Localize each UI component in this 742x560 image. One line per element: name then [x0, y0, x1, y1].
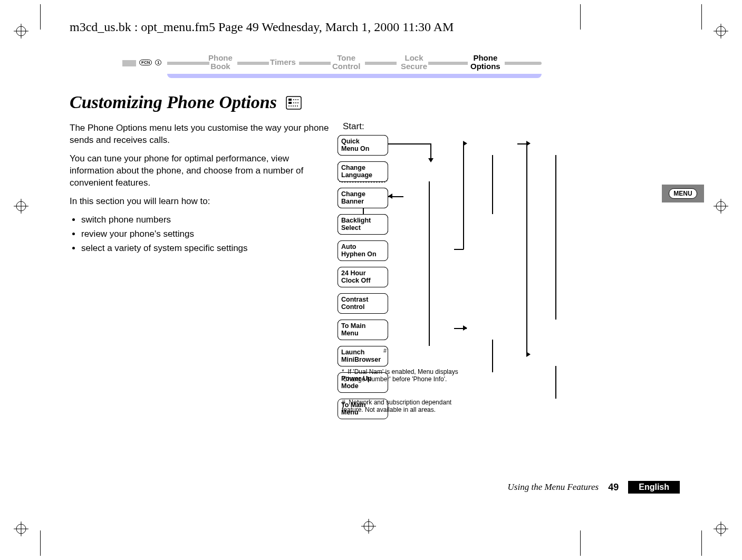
arrow-right-icon — [526, 141, 531, 146]
nav-item-tonecontrol: ToneControl — [332, 54, 360, 71]
side-tab-menu: MENU — [662, 185, 704, 202]
nav-item-phonebook: PhoneBook — [208, 54, 233, 71]
svg-rect-23 — [288, 102, 292, 104]
footnote-hash: # Network and subscription dependant fea… — [342, 399, 463, 414]
arrow-left-icon — [388, 194, 392, 199]
bullet-item: select a variety of system specific sett… — [81, 243, 333, 255]
label: Lock — [405, 53, 423, 62]
page-title: Customizing Phone Options — [70, 92, 302, 114]
note-text: If 'Dual Nam' is enabled, Menu displays … — [342, 368, 458, 383]
box-auto-hyphen: AutoHyphen On — [338, 240, 388, 261]
trim-line — [40, 530, 41, 556]
footnote-star: * If 'Dual Nam' is enabled, Menu display… — [342, 368, 463, 383]
connector — [526, 143, 527, 354]
crop-mark-icon — [361, 519, 376, 534]
title-text: Customizing Phone Options — [70, 92, 277, 112]
connector — [388, 143, 430, 144]
bullet-item: switch phone numbers — [81, 214, 333, 226]
bullet-item: review your phone's settings — [81, 228, 333, 240]
box-change-language: ChangeLanguage — [338, 161, 388, 182]
connector — [363, 208, 364, 214]
label: Secure — [401, 62, 427, 71]
crop-mark-icon — [14, 522, 28, 536]
trim-line — [701, 4, 702, 30]
fcn-key-icon: FCN — [139, 60, 152, 65]
label: Control — [332, 62, 360, 71]
nav-item-locksecure: LockSecure — [401, 54, 427, 71]
footer-page-number: 49 — [608, 482, 619, 493]
connector — [555, 155, 556, 320]
start-label: Start: — [343, 121, 364, 132]
label: Book — [210, 62, 230, 71]
connector — [429, 181, 430, 346]
label: Options — [470, 62, 500, 71]
intro-para-1: The Phone Options menu lets you customis… — [70, 122, 333, 147]
label: Tone — [337, 53, 355, 62]
hash-marker: # — [383, 347, 387, 354]
box-to-main-menu: To MainMenu — [338, 320, 388, 340]
options-icon — [286, 94, 302, 114]
box-24hour-clock: 24 HourClock Off — [338, 267, 388, 287]
trim-line — [701, 530, 702, 556]
page-footer: Using the Menu Features 49 English — [508, 481, 680, 494]
crop-mark-icon — [14, 199, 28, 214]
label: Phone — [208, 53, 233, 62]
connector — [454, 249, 464, 250]
note-text: Network and subscription dependant featu… — [342, 399, 451, 413]
trim-line — [580, 4, 581, 30]
nav-start-block — [122, 60, 136, 66]
trim-line — [580, 530, 581, 556]
connector — [555, 366, 556, 399]
trim-line — [40, 4, 41, 30]
box-quick-menu: QuickMenu On — [338, 135, 388, 156]
body-text: The Phone Options menu lets you customis… — [70, 122, 333, 256]
connector — [517, 143, 527, 144]
connector — [492, 340, 493, 372]
crop-mark-icon — [14, 24, 28, 38]
crop-mark-icon — [714, 199, 728, 214]
label: Phone — [473, 53, 497, 62]
menu-key-icon: MENU — [669, 188, 697, 199]
label: LaunchMiniBrowser — [341, 349, 381, 363]
arrow-right-icon — [463, 325, 467, 331]
nav-item-timers: Timers — [270, 58, 296, 66]
footer-section: Using the Menu Features — [508, 482, 599, 493]
connector — [463, 143, 464, 249]
intro-para-2: You can tune your phone for optimal perf… — [70, 153, 333, 189]
connector — [430, 143, 431, 159]
intro-para-3: In this section you will learn how to: — [70, 196, 333, 208]
box-launch-minibrowser: LaunchMiniBrowser# — [338, 346, 388, 366]
page-header-line: m3cd_us.bk : opt_menu.fm5 Page 49 Wednes… — [70, 20, 454, 34]
crop-mark-icon — [714, 24, 728, 38]
nav-item-phoneoptions: PhoneOptions — [470, 54, 500, 71]
label: Timers — [270, 57, 296, 66]
arrow-down-icon — [428, 158, 433, 162]
box-contrast-control: ContrastControl — [338, 293, 388, 314]
arrow-right-icon — [526, 352, 531, 357]
footer-language: English — [628, 481, 680, 494]
one-key-icon: 1 — [155, 60, 161, 65]
svg-rect-22 — [288, 99, 292, 101]
connector — [492, 155, 493, 214]
crop-mark-icon — [714, 522, 728, 536]
menu-breadcrumb: FCN 1 PhoneBook Timers ToneControl LockS… — [122, 53, 550, 84]
box-backlight-select: BacklightSelect — [338, 214, 388, 235]
arrow-right-icon — [463, 141, 467, 146]
nav-underline — [167, 74, 542, 78]
box-change-banner: ChangeBanner — [338, 188, 388, 208]
